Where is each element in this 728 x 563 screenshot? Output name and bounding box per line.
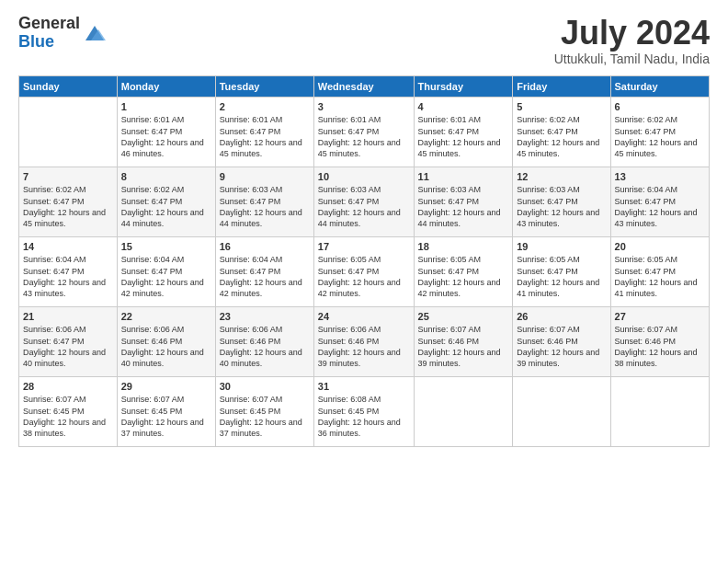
calendar-cell: 14Sunrise: 6:04 AMSunset: 6:47 PMDayligh… — [19, 236, 118, 306]
sunset-info: Sunset: 6:46 PM — [121, 336, 211, 347]
calendar-cell: 13Sunrise: 6:04 AMSunset: 6:47 PMDayligh… — [610, 167, 709, 236]
daylight-info: Daylight: 12 hours and 37 minutes. — [121, 417, 211, 439]
calendar-cell: 15Sunrise: 6:04 AMSunset: 6:47 PMDayligh… — [117, 236, 215, 306]
sunset-info: Sunset: 6:46 PM — [418, 336, 509, 347]
sunrise-info: Sunrise: 6:07 AM — [517, 324, 606, 335]
calendar-cell: 5Sunrise: 6:02 AMSunset: 6:47 PMDaylight… — [513, 97, 610, 167]
sunset-info: Sunset: 6:47 PM — [220, 266, 310, 277]
sunset-info: Sunset: 6:47 PM — [418, 196, 509, 207]
day-number: 2 — [220, 100, 310, 114]
calendar-cell: 3Sunrise: 6:01 AMSunset: 6:47 PMDaylight… — [313, 97, 414, 167]
header-thursday: Thursday — [414, 75, 513, 97]
month-title: July 2024 — [554, 15, 710, 52]
daylight-info: Daylight: 12 hours and 42 minutes. — [318, 277, 410, 299]
day-number: 9 — [220, 170, 310, 184]
day-number: 29 — [121, 380, 211, 394]
day-number: 30 — [220, 380, 310, 394]
sunrise-info: Sunrise: 6:06 AM — [318, 324, 410, 335]
day-number: 3 — [318, 100, 410, 114]
header-row: Sunday Monday Tuesday Wednesday Thursday… — [19, 75, 710, 97]
logo-icon — [82, 20, 108, 46]
daylight-info: Daylight: 12 hours and 43 minutes. — [23, 277, 113, 299]
logo-text: General Blue — [18, 15, 80, 52]
header-monday: Monday — [117, 75, 215, 97]
header-friday: Friday — [513, 75, 610, 97]
calendar-cell: 1Sunrise: 6:01 AMSunset: 6:47 PMDaylight… — [117, 97, 215, 167]
daylight-info: Daylight: 12 hours and 45 minutes. — [23, 207, 113, 229]
daylight-info: Daylight: 12 hours and 40 minutes. — [220, 347, 310, 369]
calendar-cell: 10Sunrise: 6:03 AMSunset: 6:47 PMDayligh… — [313, 167, 414, 236]
day-number: 11 — [418, 170, 509, 184]
daylight-info: Daylight: 12 hours and 44 minutes. — [418, 207, 509, 229]
daylight-info: Daylight: 12 hours and 39 minutes. — [517, 347, 606, 369]
calendar-cell: 16Sunrise: 6:04 AMSunset: 6:47 PMDayligh… — [215, 236, 313, 306]
calendar-cell: 21Sunrise: 6:06 AMSunset: 6:47 PMDayligh… — [19, 306, 118, 376]
day-number: 23 — [220, 310, 310, 324]
logo-blue: Blue — [18, 33, 80, 52]
sunrise-info: Sunrise: 6:01 AM — [318, 114, 410, 125]
sunset-info: Sunset: 6:46 PM — [615, 336, 705, 347]
sunrise-info: Sunrise: 6:07 AM — [121, 394, 211, 405]
sunrise-info: Sunrise: 6:07 AM — [220, 394, 310, 405]
sunrise-info: Sunrise: 6:02 AM — [121, 184, 211, 195]
calendar-week-row: 14Sunrise: 6:04 AMSunset: 6:47 PMDayligh… — [19, 236, 710, 306]
calendar-week-row: 7Sunrise: 6:02 AMSunset: 6:47 PMDaylight… — [19, 167, 710, 236]
daylight-info: Daylight: 12 hours and 45 minutes. — [220, 137, 310, 159]
sunset-info: Sunset: 6:47 PM — [615, 126, 705, 137]
day-number: 24 — [318, 310, 410, 324]
day-number: 20 — [615, 240, 705, 254]
sunrise-info: Sunrise: 6:01 AM — [418, 114, 509, 125]
calendar-cell: 23Sunrise: 6:06 AMSunset: 6:46 PMDayligh… — [215, 306, 313, 376]
sunset-info: Sunset: 6:46 PM — [318, 336, 410, 347]
calendar-week-row: 21Sunrise: 6:06 AMSunset: 6:47 PMDayligh… — [19, 306, 710, 376]
header-saturday: Saturday — [610, 75, 709, 97]
daylight-info: Daylight: 12 hours and 43 minutes. — [615, 207, 705, 229]
day-number: 4 — [418, 100, 509, 114]
sunrise-info: Sunrise: 6:05 AM — [418, 254, 509, 265]
sunset-info: Sunset: 6:47 PM — [615, 266, 705, 277]
sunset-info: Sunset: 6:45 PM — [318, 406, 410, 417]
calendar-cell: 24Sunrise: 6:06 AMSunset: 6:46 PMDayligh… — [313, 306, 414, 376]
sunrise-info: Sunrise: 6:05 AM — [615, 254, 705, 265]
calendar-cell: 9Sunrise: 6:03 AMSunset: 6:47 PMDaylight… — [215, 167, 313, 236]
calendar-cell: 27Sunrise: 6:07 AMSunset: 6:46 PMDayligh… — [610, 306, 709, 376]
day-number: 1 — [121, 100, 211, 114]
sunset-info: Sunset: 6:45 PM — [220, 406, 310, 417]
sunset-info: Sunset: 6:47 PM — [418, 126, 509, 137]
sunrise-info: Sunrise: 6:01 AM — [220, 114, 310, 125]
day-number: 13 — [615, 170, 705, 184]
calendar-cell — [19, 97, 118, 167]
sunrise-info: Sunrise: 6:07 AM — [418, 324, 509, 335]
calendar-week-row: 28Sunrise: 6:07 AMSunset: 6:45 PMDayligh… — [19, 376, 710, 446]
daylight-info: Daylight: 12 hours and 43 minutes. — [517, 207, 606, 229]
daylight-info: Daylight: 12 hours and 44 minutes. — [318, 207, 410, 229]
sunset-info: Sunset: 6:47 PM — [121, 196, 211, 207]
calendar-cell — [610, 376, 709, 446]
page: General Blue July 2024 Uttukkuli, Tamil … — [0, 0, 728, 563]
sunset-info: Sunset: 6:47 PM — [418, 266, 509, 277]
daylight-info: Daylight: 12 hours and 39 minutes. — [318, 347, 410, 369]
day-number: 21 — [23, 310, 113, 324]
day-number: 19 — [517, 240, 606, 254]
daylight-info: Daylight: 12 hours and 45 minutes. — [318, 137, 410, 159]
sunset-info: Sunset: 6:47 PM — [121, 266, 211, 277]
daylight-info: Daylight: 12 hours and 44 minutes. — [220, 207, 310, 229]
calendar-cell: 29Sunrise: 6:07 AMSunset: 6:45 PMDayligh… — [117, 376, 215, 446]
sunset-info: Sunset: 6:45 PM — [23, 406, 113, 417]
day-number: 14 — [23, 240, 113, 254]
sunset-info: Sunset: 6:47 PM — [23, 336, 113, 347]
title-block: July 2024 Uttukkuli, Tamil Nadu, India — [554, 15, 710, 66]
sunset-info: Sunset: 6:47 PM — [517, 126, 606, 137]
sunrise-info: Sunrise: 6:06 AM — [23, 324, 113, 335]
sunrise-info: Sunrise: 6:05 AM — [318, 254, 410, 265]
calendar-table: Sunday Monday Tuesday Wednesday Thursday… — [18, 75, 710, 447]
day-number: 10 — [318, 170, 410, 184]
header: General Blue July 2024 Uttukkuli, Tamil … — [18, 15, 710, 66]
sunrise-info: Sunrise: 6:02 AM — [517, 114, 606, 125]
sunset-info: Sunset: 6:47 PM — [23, 266, 113, 277]
day-number: 26 — [517, 310, 606, 324]
sunset-info: Sunset: 6:47 PM — [220, 126, 310, 137]
day-number: 31 — [318, 380, 410, 394]
day-number: 28 — [23, 380, 113, 394]
sunrise-info: Sunrise: 6:04 AM — [23, 254, 113, 265]
